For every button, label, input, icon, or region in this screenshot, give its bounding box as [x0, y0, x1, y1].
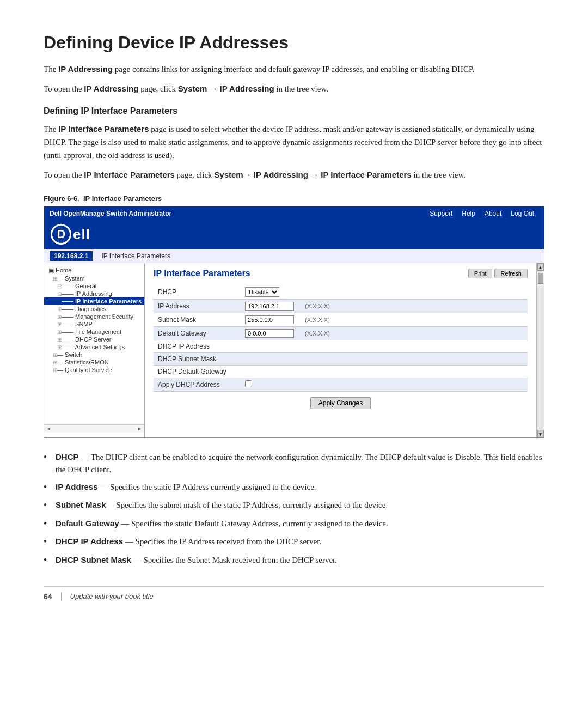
table-row: DHCP IP Address	[154, 340, 528, 353]
dell-logo-d-circle: D	[51, 224, 71, 245]
sidebar-item-advanced-settings[interactable]: ⊞—— Advanced Settings	[44, 343, 144, 351]
list-item: • IP Address — Specifies the static IP A…	[44, 481, 544, 494]
default-gateway-input[interactable]	[245, 329, 294, 338]
sidebar-right-arrow[interactable]: ►	[137, 426, 142, 431]
ip-address-input[interactable]	[245, 302, 294, 311]
intro-bold-3: System → IP Addressing	[178, 84, 274, 93]
bullet-dot-5: •	[44, 535, 56, 548]
footer-page-number: 64	[44, 592, 52, 601]
section-body-2: To open the IP Interface Parameters page…	[44, 168, 544, 181]
table-row: DHCP Subnet Mask	[154, 353, 528, 366]
list-item: • Subnet Mask— Specifies the subnet mask…	[44, 499, 544, 512]
bullet-dot-1: •	[44, 451, 56, 476]
intro-paragraph-1: The IP Addressing page contains links fo…	[44, 63, 544, 76]
apply-changes-button[interactable]: Apply Changes	[310, 397, 371, 409]
page-title: Defining Device IP Addresses	[44, 33, 544, 53]
dell-sidebar: ▣ Home ⊞— System ⊟—— General ⊟—— IP Addr…	[44, 263, 145, 437]
table-row: DHCP Default Gateway	[154, 366, 528, 378]
topbar-support[interactable]: Support	[425, 209, 457, 218]
page-footer: 64 Update with your book title	[44, 586, 544, 601]
footer-book-title: Update with your book title	[70, 592, 154, 600]
table-row: IP Address (X.X.X.X)	[154, 300, 528, 313]
bullet-dot-4: •	[44, 518, 56, 530]
topbar-help[interactable]: Help	[457, 209, 480, 218]
param-value-ip	[241, 300, 301, 313]
scroll-thumb[interactable]	[538, 273, 543, 284]
bullet-text-2: IP Address — Specifies the static IP Add…	[56, 481, 316, 494]
param-label-dhcp-gw: DHCP Default Gateway	[154, 366, 241, 378]
sidebar-item-diagnostics[interactable]: ⊞—— Diagnostics	[44, 305, 144, 313]
footer-separator	[61, 592, 62, 601]
intro-bold-1: IP Addressing	[58, 64, 113, 74]
param-hint-dhcp-ip	[301, 340, 528, 353]
bullet-text-1: DHCP — The DHCP client can be enabled to…	[56, 451, 544, 476]
intro-paragraph-2: To open the IP Addressing page, click Sy…	[44, 82, 544, 95]
list-item: • DHCP Subnet Mask — Specifies the Subne…	[44, 554, 544, 567]
dhcp-select[interactable]: Disable Enable	[245, 287, 279, 297]
sidebar-item-statistics[interactable]: ⊞— Statistics/RMON	[44, 358, 144, 366]
param-label-dhcp-ip: DHCP IP Address	[154, 340, 241, 353]
scroll-down-arrow[interactable]: ▼	[537, 430, 544, 437]
sidebar-item-system[interactable]: ⊞— System	[44, 275, 144, 282]
scroll-track	[537, 271, 544, 430]
param-value-gateway	[241, 327, 301, 340]
refresh-button[interactable]: Refresh	[494, 269, 528, 278]
sidebar-item-file-mgmt[interactable]: ⊞—— File Management	[44, 328, 144, 336]
figure-label: Figure 6-6. IP Interface Parameters	[44, 194, 544, 203]
list-item: • DHCP — The DHCP client can be enabled …	[44, 451, 544, 476]
topbar-logout[interactable]: Log Out	[506, 209, 538, 218]
param-hint-dhcp	[301, 285, 528, 300]
sidebar-item-ip-interface-params[interactable]: —— IP Interface Parameters	[44, 297, 144, 305]
table-row: DHCP Disable Enable	[154, 285, 528, 300]
sidebar-item-general[interactable]: ⊟—— General	[44, 282, 144, 290]
param-hint-dhcp-subnet	[301, 353, 528, 366]
sidebar-item-switch[interactable]: ⊞— Switch	[44, 351, 144, 358]
param-value-dhcp-subnet	[241, 353, 301, 366]
sidebar-item-ip-addressing[interactable]: ⊟—— IP Addressing	[44, 290, 144, 297]
sidebar-item-mgmt-security[interactable]: ⊞—— Management Security	[44, 313, 144, 320]
param-value-dhcp-ip	[241, 340, 301, 353]
bullet-text-3: Subnet Mask— Specifies the subnet mask o…	[56, 499, 388, 512]
dell-topbar: Dell OpenManage Switch Administrator Sup…	[44, 206, 544, 221]
topbar-about[interactable]: About	[480, 209, 506, 218]
apply-row: Apply Changes	[154, 392, 528, 415]
right-scrollbar: ▲ ▼	[536, 263, 544, 437]
section-bold-2: IP Interface Parameters	[84, 170, 175, 179]
sidebar-footer: ◄ ►	[44, 424, 144, 433]
dell-logo-text: ell	[73, 226, 90, 243]
scroll-up-arrow[interactable]: ▲	[537, 263, 544, 271]
apply-dhcp-checkbox[interactable]	[245, 380, 252, 387]
param-label-dhcp: DHCP	[154, 285, 241, 300]
bullet-dot-6: •	[44, 554, 56, 567]
sidebar-item-qos[interactable]: ⊞— Quality of Service	[44, 366, 144, 374]
print-button[interactable]: Print	[468, 269, 493, 278]
param-label-apply-dhcp: Apply DHCP Address	[154, 378, 241, 392]
figure-number: Figure 6-6.	[44, 194, 79, 203]
sidebar-left-arrow[interactable]: ◄	[46, 426, 51, 431]
sidebar-item-snmp[interactable]: ⊞—— SNMP	[44, 320, 144, 328]
intro-bold-2: IP Addressing	[84, 84, 138, 93]
param-label-ip: IP Address	[154, 300, 241, 313]
sidebar-item-dhcp-server[interactable]: ⊞—— DHCP Server	[44, 336, 144, 343]
dell-ui-screenshot: Dell OpenManage Switch Administrator Sup…	[44, 206, 544, 438]
section-body-1: The IP Interface Parameters page is used…	[44, 123, 544, 162]
bullet-text-5: DHCP IP Address — Specifies the IP Addre…	[56, 535, 321, 548]
param-value-subnet	[241, 313, 301, 327]
breadcrumb-ip[interactable]: 192.168.2.1	[50, 251, 93, 261]
param-hint-subnet: (X.X.X.X)	[301, 313, 528, 327]
bullet-dot-3: •	[44, 499, 56, 512]
dell-topbar-links: Support Help About Log Out	[425, 209, 538, 218]
param-hint-apply-dhcp	[301, 378, 528, 392]
dell-logo: Dell	[51, 224, 90, 245]
params-table: DHCP Disable Enable IP Address	[154, 285, 528, 392]
bullet-dot-2: •	[44, 481, 56, 494]
subnet-mask-input[interactable]	[245, 315, 294, 324]
param-label-dhcp-subnet: DHCP Subnet Mask	[154, 353, 241, 366]
content-header: IP Interface Parameters Print Refresh	[154, 269, 528, 278]
figure-title: IP Interface Parameters	[83, 194, 162, 203]
content-page-title: IP Interface Parameters	[154, 269, 250, 278]
sidebar-item-home[interactable]: ▣ Home	[44, 266, 144, 275]
param-label-subnet: Subnet Mask	[154, 313, 241, 327]
section-heading: Defining IP Interface Parameters	[44, 106, 544, 116]
sidebar-scroll: ▣ Home ⊞— System ⊟—— General ⊟—— IP Addr…	[44, 266, 144, 424]
